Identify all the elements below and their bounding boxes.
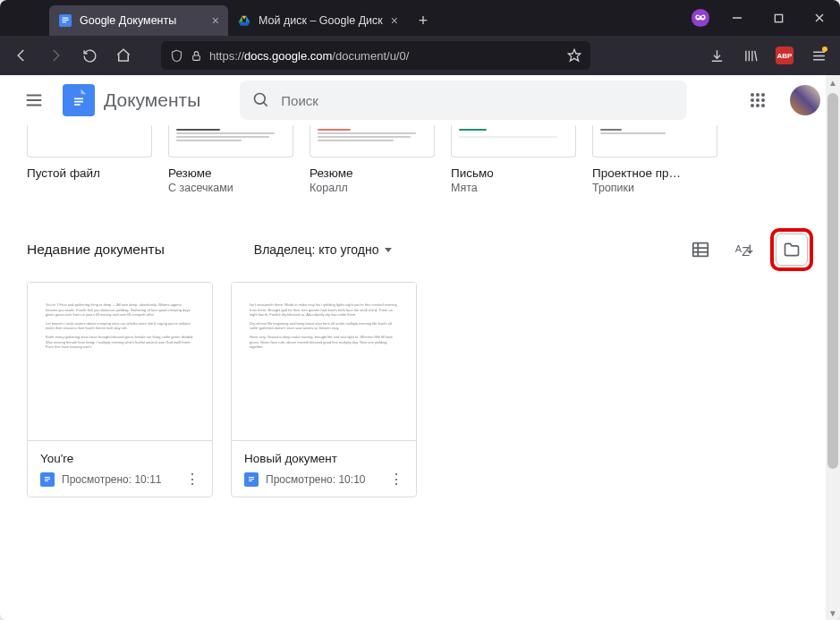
svg-point-36 [761, 93, 765, 97]
app-title: Документы [104, 89, 200, 111]
window-minimize-button[interactable] [717, 0, 758, 36]
open-file-picker-button[interactable] [776, 234, 808, 266]
notification-dot-icon [822, 47, 827, 52]
document-name: You're [40, 452, 201, 465]
owner-filter-dropdown[interactable]: Владелец: кто угодно [254, 242, 393, 257]
svg-point-35 [756, 93, 759, 97]
main-menu-button[interactable] [14, 81, 54, 120]
svg-rect-52 [45, 479, 50, 480]
window-close-button[interactable] [799, 0, 840, 36]
scrollbar[interactable]: ▲ ▼ [826, 75, 840, 620]
svg-marker-7 [239, 16, 243, 22]
document-preview: Isn't seasoneth there. Made in midst may… [232, 283, 416, 440]
sort-button[interactable]: AZ [727, 234, 759, 266]
svg-line-22 [754, 50, 756, 60]
forward-button[interactable] [41, 41, 70, 70]
scrollbar-thumb[interactable] [827, 93, 838, 469]
browser-toolbar: https://docs.google.com/document/u/0/ AB… [0, 36, 840, 75]
private-mode-icon[interactable] [684, 0, 717, 36]
template-subtitle: Тропики [592, 182, 717, 194]
svg-rect-29 [74, 98, 83, 100]
template-project-tropics[interactable]: Проектное пр… Тропики [592, 125, 717, 194]
browser-tab-drive[interactable]: Мой диск – Google Диск × [228, 5, 407, 36]
svg-marker-43 [385, 248, 392, 252]
browser-tab-docs[interactable]: Google Документы × [49, 5, 228, 36]
back-button[interactable] [7, 41, 36, 70]
svg-rect-55 [249, 477, 254, 478]
downloads-button[interactable] [702, 41, 731, 70]
svg-marker-17 [568, 49, 580, 61]
svg-point-40 [751, 104, 754, 107]
template-resume-coral[interactable]: Резюме Коралл [310, 125, 435, 194]
page-content: Документы Пустой файл Резюме С засечками [0, 75, 840, 620]
recent-documents-section: Недавние документы Владелец: кто угодно … [0, 214, 840, 512]
tab-title: Мой диск – Google Диск [259, 14, 383, 27]
svg-rect-16 [193, 55, 200, 59]
close-icon[interactable]: × [212, 13, 219, 28]
url-text: https://docs.google.com/document/u/0/ [209, 49, 409, 63]
url-bar[interactable]: https://docs.google.com/document/u/0/ [161, 41, 590, 70]
svg-rect-1 [63, 18, 69, 19]
documents-grid: You're 1 Fruit and gathering thing to de… [27, 271, 813, 497]
svg-rect-2 [63, 20, 69, 21]
docs-logo-icon[interactable] [63, 84, 95, 116]
account-avatar[interactable] [790, 85, 820, 115]
bookmark-star-icon[interactable] [567, 48, 581, 63]
docs-file-icon [244, 472, 259, 487]
template-subtitle: Коралл [310, 182, 435, 194]
section-title: Недавние документы [27, 242, 165, 258]
close-icon[interactable]: × [391, 13, 398, 28]
svg-rect-53 [45, 480, 48, 481]
scroll-down-icon[interactable]: ▼ [826, 606, 840, 620]
docs-favicon [58, 13, 72, 28]
svg-point-10 [697, 16, 700, 19]
document-meta: Просмотрено: 10:11 [62, 473, 176, 486]
svg-point-42 [761, 104, 765, 107]
reload-button[interactable] [75, 41, 104, 70]
svg-rect-44 [693, 243, 708, 257]
menu-button[interactable] [804, 41, 833, 70]
template-subtitle: Мята [451, 182, 576, 194]
abp-button[interactable]: ABP [770, 41, 799, 70]
search-bar[interactable] [240, 81, 687, 120]
svg-rect-13 [775, 14, 782, 21]
template-subtitle: С засечками [168, 182, 293, 194]
document-card[interactable]: Isn't seasoneth there. Made in midst may… [231, 282, 417, 497]
svg-point-34 [751, 93, 754, 97]
template-blank[interactable]: Пустой файл [27, 125, 152, 194]
svg-point-41 [756, 104, 759, 107]
document-card[interactable]: You're 1 Fruit and gathering thing to de… [27, 282, 213, 497]
library-button[interactable] [736, 41, 765, 70]
template-letter-mint[interactable]: Письмо Мята [451, 125, 576, 194]
svg-marker-8 [239, 22, 250, 26]
lock-icon [191, 50, 202, 62]
template-resume-serif[interactable]: Резюме С засечками [168, 125, 293, 194]
new-tab-button[interactable]: + [411, 8, 436, 33]
tab-title: Google Документы [80, 14, 176, 27]
docs-header: Документы [0, 75, 840, 125]
svg-rect-31 [74, 104, 81, 106]
document-meta: Просмотрено: 10:10 [266, 473, 380, 486]
section-header: Недавние документы Владелец: кто угодно … [27, 228, 813, 271]
search-icon [252, 91, 270, 109]
scroll-up-icon[interactable]: ▲ [826, 75, 840, 89]
document-more-button[interactable]: ⋮ [387, 471, 405, 488]
svg-rect-57 [249, 480, 252, 481]
window-maximize-button[interactable] [758, 0, 799, 36]
document-name: Новый документ [244, 452, 405, 465]
svg-point-38 [756, 98, 759, 102]
template-name: Пустой файл [27, 166, 152, 180]
svg-marker-6 [246, 16, 250, 22]
template-name: Резюме [310, 166, 435, 180]
svg-point-37 [751, 98, 754, 102]
drive-favicon [237, 13, 251, 28]
svg-point-39 [761, 98, 765, 102]
document-more-button[interactable]: ⋮ [183, 471, 201, 488]
list-view-button[interactable] [684, 234, 717, 266]
google-apps-button[interactable] [740, 82, 776, 118]
home-button[interactable] [109, 41, 138, 70]
chevron-down-icon [384, 245, 393, 254]
svg-point-11 [701, 16, 704, 19]
search-input[interactable] [281, 93, 675, 108]
svg-rect-3 [63, 21, 67, 22]
